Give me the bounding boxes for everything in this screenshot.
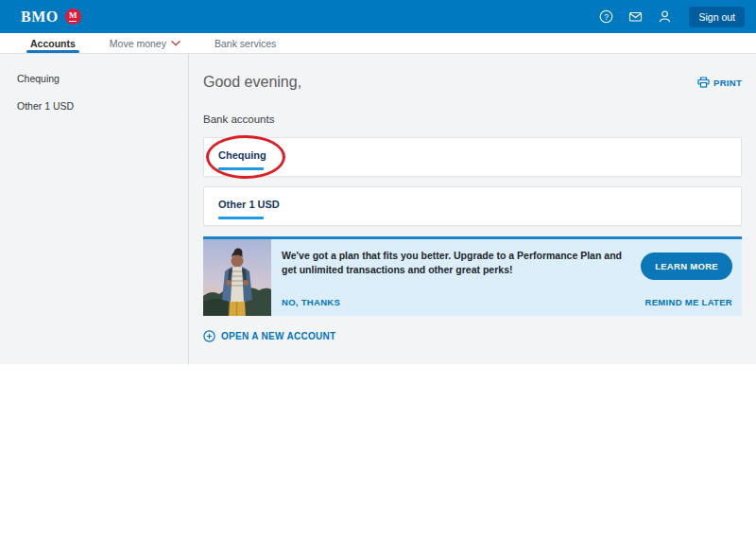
remind-me-later-link[interactable]: REMIND ME LATER [645,297,732,307]
bmo-wordmark: BMO [21,9,59,26]
account-underline [218,167,264,170]
learn-more-button[interactable]: LEARN MORE [641,253,732,280]
account-name-other-usd[interactable]: Other 1 USD [218,199,280,210]
printer-icon [697,77,710,88]
sidebar-item-chequing[interactable]: Chequing [17,73,188,84]
no-thanks-link[interactable]: NO, THANKS [282,297,625,307]
mail-icon[interactable] [628,9,643,24]
section-title: Bank accounts [203,113,742,125]
tab-bank-services[interactable]: Bank services [215,33,276,53]
print-label: PRINT [713,78,742,88]
promo-message: We've got a plan that fits you better. U… [282,249,625,277]
account-underline [218,217,264,219]
content-area: Chequing Other 1 USD Good evening, PRINT… [0,54,756,364]
help-icon[interactable]: ? [599,9,613,24]
tab-move-money[interactable]: Move money [110,33,180,53]
bmo-logo[interactable]: BMO M [21,9,81,26]
accounts-sidebar: Chequing Other 1 USD [0,54,189,364]
promo-image [203,239,271,316]
tab-accounts[interactable]: Accounts [30,33,76,53]
sidebar-item-other-usd[interactable]: Other 1 USD [17,100,188,112]
header-actions: ? Sign out [599,7,745,27]
greeting-row: Good evening, PRINT [203,54,742,91]
main-nav: Accounts Move money Bank services [0,33,756,54]
chevron-down-icon [171,41,180,46]
greeting-text: Good evening, [203,74,301,91]
account-name-chequing[interactable]: Chequing [218,149,266,161]
main-panel: Good evening, PRINT Bank accounts Chequi… [189,54,756,364]
promo-text-block: We've got a plan that fits you better. U… [271,239,628,316]
account-card-other-usd[interactable]: Other 1 USD [203,186,742,226]
print-button[interactable]: PRINT [697,77,742,88]
profile-icon[interactable] [658,9,672,24]
promo-banner: We've got a plan that fits you better. U… [203,236,742,316]
tab-bank-services-label: Bank services [215,38,276,49]
plus-circle-icon [203,330,215,342]
account-card-chequing[interactable]: Chequing [203,137,742,177]
bmo-roundel-icon: M [65,9,81,25]
tab-move-money-label: Move money [110,38,166,49]
tab-accounts-label: Accounts [30,38,76,49]
promo-actions: LEARN MORE REMIND ME LATER [628,239,742,316]
open-new-account-link[interactable]: OPEN A NEW ACCOUNT [203,330,336,342]
open-new-account-label: OPEN A NEW ACCOUNT [221,331,336,341]
svg-text:?: ? [605,12,610,22]
bmo-online-banking-page: BMO M ? Sign out Accounts [0,0,756,540]
sign-out-button[interactable]: Sign out [689,7,745,27]
top-header: BMO M ? Sign out [0,0,756,33]
